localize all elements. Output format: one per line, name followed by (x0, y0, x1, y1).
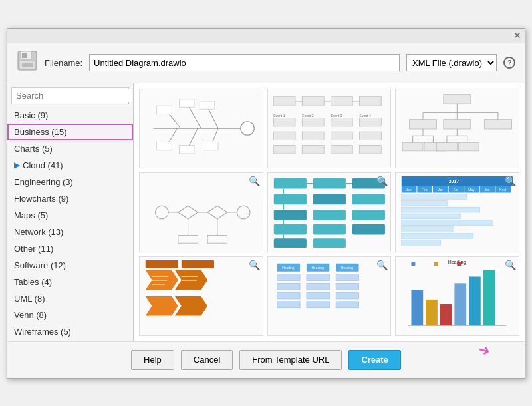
svg-rect-74 (273, 178, 306, 188)
svg-rect-149 (426, 299, 438, 325)
svg-rect-33 (359, 118, 381, 126)
sidebar-item-venn[interactable]: Venn (8) (7, 307, 133, 323)
help-button[interactable]: Help (131, 350, 174, 370)
svg-point-69 (237, 206, 250, 219)
svg-rect-16 (180, 145, 195, 153)
svg-rect-13 (180, 99, 195, 106)
help-icon[interactable]: ? (503, 57, 515, 69)
svg-rect-79 (273, 194, 306, 204)
svg-rect-136 (307, 274, 329, 280)
sidebar-item-maps[interactable]: Maps (5) (7, 207, 133, 224)
svg-text:Event 4: Event 4 (359, 113, 370, 117)
svg-rect-73 (207, 235, 227, 243)
create-button[interactable]: Create (348, 350, 400, 370)
svg-rect-138 (277, 283, 299, 290)
svg-rect-38 (273, 145, 295, 153)
svg-text:Heading: Heading (311, 266, 324, 269)
sidebar-item-charts[interactable]: Charts (5) (7, 140, 133, 157)
sidebar-item-engineering[interactable]: Engineering (3) (7, 174, 133, 190)
svg-rect-141 (277, 292, 299, 299)
svg-rect-140 (336, 283, 358, 290)
svg-marker-118 (146, 270, 178, 290)
svg-rect-85 (273, 224, 306, 234)
sidebar-item-cloud[interactable]: ▶ Cloud (41) (7, 157, 133, 174)
svg-rect-34 (273, 132, 295, 140)
svg-text:Event 1: Event 1 (273, 113, 285, 117)
svg-rect-112 (402, 207, 480, 212)
template-grid: Event 1 Event 2 Event 3 Event 4 (136, 86, 522, 339)
sidebar-item-basic[interactable]: Basic (9) (7, 107, 133, 124)
svg-rect-36 (331, 132, 352, 140)
svg-rect-42 (444, 94, 471, 103)
svg-text:Feb: Feb (422, 188, 428, 191)
filename-input[interactable] (89, 54, 400, 71)
svg-rect-19 (273, 96, 295, 105)
svg-rect-145 (307, 301, 329, 307)
svg-rect-148 (412, 290, 424, 325)
magnify-icon-9[interactable]: 🔍 (505, 260, 516, 270)
magnify-icon-6[interactable]: 🔍 (505, 176, 516, 186)
svg-rect-37 (359, 132, 381, 140)
sidebar-item-flowcharts[interactable]: Flowcharts (9) (7, 190, 133, 207)
svg-rect-41 (359, 145, 381, 153)
svg-text:Jun: Jun (485, 188, 490, 191)
template-thumb-5[interactable]: 🔍 (267, 172, 392, 252)
template-thumb-9[interactable]: 🔍 Heading (395, 256, 519, 336)
svg-rect-128 (182, 260, 214, 268)
svg-rect-31 (302, 118, 324, 126)
disk-icon (17, 50, 38, 76)
svg-text:Apr: Apr (454, 188, 459, 191)
svg-rect-50 (485, 119, 512, 128)
template-thumb-6[interactable]: 🔍 2017 Jan Feb (395, 172, 519, 252)
from-template-url-button[interactable]: From Template URL (239, 350, 342, 370)
template-thumb-2[interactable]: Event 1 Event 2 Event 3 Event 4 (267, 89, 392, 168)
magnify-icon-5[interactable]: 🔍 (376, 176, 388, 186)
svg-rect-113 (402, 213, 461, 218)
magnify-icon-4[interactable]: 🔍 (249, 176, 260, 186)
svg-line-8 (208, 108, 218, 128)
template-thumb-4[interactable]: 🔍 (139, 172, 263, 252)
svg-rect-114 (402, 220, 493, 225)
template-thumb-1[interactable] (139, 89, 263, 168)
svg-rect-30 (273, 118, 295, 126)
sidebar-item-business[interactable]: Business (15) (7, 124, 133, 140)
svg-text:Heading: Heading (340, 266, 353, 269)
magnify-icon-7[interactable]: 🔍 (249, 260, 260, 270)
svg-rect-151 (455, 283, 467, 325)
filetype-select[interactable]: XML File (.drawio) (406, 54, 497, 71)
header: Filename: XML File (.drawio) ? (7, 43, 525, 83)
svg-text:Jan: Jan (406, 188, 412, 191)
svg-text:Mar: Mar (438, 188, 444, 191)
svg-rect-137 (336, 274, 358, 280)
svg-rect-82 (273, 210, 306, 220)
svg-rect-144 (277, 301, 299, 307)
svg-rect-153 (483, 270, 495, 325)
template-thumb-3[interactable] (395, 89, 519, 168)
sidebar-item-software[interactable]: Software (12) (7, 257, 133, 274)
svg-text:Next: Next (499, 188, 507, 191)
sidebar-item-other[interactable]: Other (11) (7, 240, 133, 257)
svg-text:2017: 2017 (449, 178, 459, 183)
sidebar-item-uml[interactable]: UML (8) (7, 290, 133, 307)
svg-text:May: May (469, 188, 475, 191)
cancel-button[interactable]: Cancel (181, 350, 233, 370)
svg-rect-15 (157, 142, 172, 150)
sidebar-item-wireframes[interactable]: Wireframes (5) (7, 323, 133, 340)
svg-text:Heading: Heading (282, 266, 295, 269)
template-content: Event 1 Event 2 Event 3 Event 4 (134, 83, 525, 341)
search-input[interactable] (12, 89, 132, 102)
close-button[interactable]: ✕ (513, 31, 522, 40)
template-thumb-7[interactable]: 🔍 (139, 256, 263, 336)
magnify-icon-8[interactable]: 🔍 (376, 260, 388, 270)
svg-rect-87 (352, 224, 384, 234)
svg-rect-72 (178, 235, 198, 243)
sidebar-item-network[interactable]: Network (13) (7, 224, 133, 240)
filename-label: Filename: (45, 58, 82, 68)
svg-rect-17 (203, 142, 218, 150)
svg-marker-121 (175, 296, 207, 316)
sidebar-item-tables[interactable]: Tables (4) (7, 274, 133, 290)
template-thumb-8[interactable]: 🔍 Heading Heading Heading (267, 256, 392, 336)
svg-rect-4 (22, 63, 33, 67)
svg-marker-65 (178, 206, 198, 219)
svg-marker-119 (175, 270, 207, 290)
